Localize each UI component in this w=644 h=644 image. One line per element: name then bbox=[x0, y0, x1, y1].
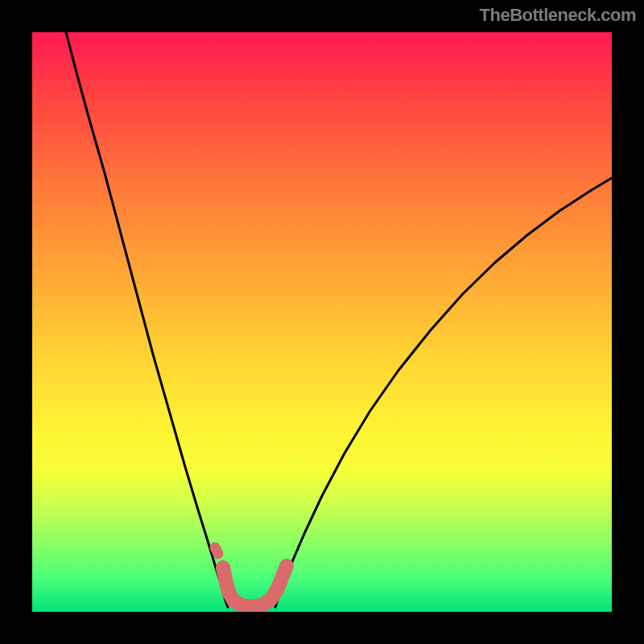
watermark-text: TheBottleneck.com bbox=[480, 5, 636, 26]
series-highlight-blob bbox=[223, 566, 287, 607]
outer-frame: TheBottleneck.com bbox=[0, 0, 644, 644]
series-highlight-dot bbox=[215, 547, 218, 554]
plot-area bbox=[32, 32, 612, 612]
series-right-curve bbox=[275, 178, 612, 607]
series-left-curve bbox=[66, 32, 228, 607]
chart-svg bbox=[32, 32, 612, 612]
